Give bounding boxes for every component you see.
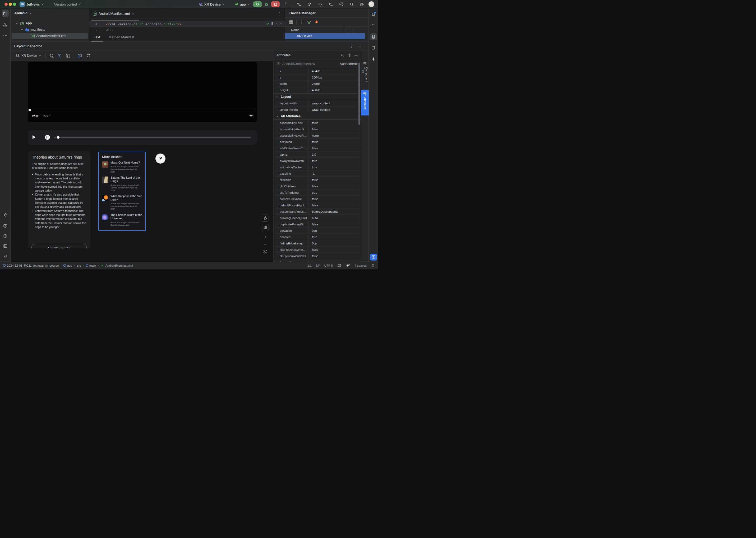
inspections-widget[interactable]: 5	[264, 21, 284, 27]
firebase-icon[interactable]	[315, 20, 319, 24]
inspections-widget-icon[interactable]	[337, 263, 341, 267]
rollback-button[interactable]	[318, 2, 322, 7]
column-api[interactable]: ...	[345, 28, 348, 32]
breadcrumb-item[interactable]: MAndroidManifest.xml	[101, 264, 133, 267]
breadcrumb-item[interactable]: src	[77, 264, 81, 267]
caret-position[interactable]: 1:1	[308, 264, 312, 267]
tab-text[interactable]: Text	[94, 35, 100, 39]
attribute-row[interactable]: contextClickablefalse	[273, 196, 361, 202]
settings-button[interactable]	[360, 2, 364, 7]
build-run-button[interactable]	[297, 2, 301, 7]
attribute-row[interactable]: elevation0dp	[273, 228, 361, 234]
prev-problem-icon[interactable]	[275, 23, 278, 26]
more-run-options-button[interactable]: ⋮	[283, 1, 287, 6]
attribute-row[interactable]: alwaysDrawnWith...true	[273, 158, 361, 164]
section-all-attributes[interactable]: All Attributes	[273, 113, 361, 120]
breadcrumb-item[interactable]: main	[86, 264, 96, 267]
device-explorer-tool-button[interactable]	[370, 44, 377, 51]
apply-changes-button[interactable]	[307, 2, 312, 7]
breadcrumb-item[interactable]: app	[63, 264, 72, 267]
more-articles-card[interactable]: More articles Mars: Our Next Home?Articl…	[98, 152, 146, 231]
attribute-row[interactable]: defaultFocusHighl...false	[273, 202, 361, 208]
zoom-window-button[interactable]	[13, 3, 16, 6]
refresh-icon[interactable]	[86, 53, 90, 58]
file-encoding[interactable]: UTF-8	[324, 264, 333, 267]
attribute-row[interactable]: accessibilityFocu...false	[273, 120, 361, 126]
search-icon[interactable]	[340, 53, 344, 57]
tab-merged-manifest[interactable]: Merged Manifest	[109, 35, 134, 39]
add-device-icon[interactable]	[300, 20, 304, 24]
group-devices-icon[interactable]	[289, 20, 293, 24]
video-settings-button[interactable]	[249, 114, 253, 118]
apply-code-changes-button[interactable]	[328, 2, 333, 7]
selected-component-row[interactable]: AndroidComposeView <unnamed>	[273, 60, 361, 68]
zoom-in-button[interactable]: +	[262, 233, 269, 241]
attribute-row[interactable]: focusabletrue	[273, 259, 361, 262]
editor-horizontal-scrollbar[interactable]	[91, 20, 139, 21]
article-item[interactable]: Saturn: The Lord of the RingsArticle and…	[102, 176, 143, 192]
search-everywhere-button[interactable]	[349, 2, 354, 7]
attribute-row[interactable]: height480dp	[273, 87, 361, 93]
play-icon[interactable]	[32, 135, 36, 139]
article-item[interactable]: What Happens if the Sun Dies?Article and…	[102, 194, 143, 210]
tree-item-app[interactable]: app	[11, 20, 89, 27]
ai-assistant-off-icon[interactable]	[346, 263, 350, 268]
attribute-row[interactable]: accessibilityLiveR...none	[273, 133, 361, 139]
attribute-row[interactable]: fitsSystemWindowsfalse	[273, 253, 361, 259]
user-avatar[interactable]	[369, 1, 374, 7]
audio-progress-track[interactable]	[54, 137, 251, 138]
stop-button[interactable]	[271, 1, 280, 7]
running-devices-tool-button[interactable]	[2, 223, 9, 229]
attribute-row[interactable]: clickablefalse	[273, 177, 361, 183]
view-3d-model-button[interactable]: View 3D model of	[31, 244, 87, 248]
gear-icon[interactable]	[348, 53, 352, 57]
audio-progress-thumb[interactable]	[57, 136, 59, 139]
attribute-row[interactable]: duplicateParentSt...false	[273, 221, 361, 228]
code-line[interactable]: 1<?xml version="1.0" encoding="utf-8"?>	[89, 21, 285, 27]
attribute-row[interactable]: width288dp	[273, 81, 361, 87]
code-area[interactable]: 1<?xml version="1.0" encoding="utf-8"?>2…	[89, 21, 285, 33]
live-updates-icon[interactable]	[78, 53, 82, 58]
editor-options-button[interactable]: ⋮	[277, 12, 281, 16]
device-manager-tool-button[interactable]	[370, 33, 377, 40]
layout-inspector-canvas[interactable]: 00:00 · 00:17	[11, 61, 273, 262]
editor-tab-androidmanifest[interactable]: M AndroidManifest.xml ×	[89, 9, 137, 19]
attribute-row[interactable]: layout_heightwrap_content	[273, 106, 361, 113]
audio-player[interactable]	[28, 130, 257, 145]
attribute-row[interactable]: x434dp	[273, 68, 361, 74]
next-problem-icon[interactable]	[280, 23, 283, 26]
pause-button[interactable]	[45, 135, 50, 140]
column-name[interactable]: Name	[285, 28, 300, 32]
saturn-theories-card[interactable]: Theories about Saturn's rings The origin…	[28, 151, 90, 248]
minimize-panel-button[interactable]: —	[355, 54, 358, 57]
attribute-row[interactable]: accessibilityHeadi...false	[273, 126, 361, 133]
code-line[interactable]: 2<!--	[89, 27, 285, 33]
gemini-tool-button[interactable]	[370, 56, 377, 62]
attribute-row[interactable]: animationCachetrue	[273, 164, 361, 170]
attribute-row[interactable]: enabledtrue	[273, 234, 361, 240]
project-tool-button[interactable]	[2, 10, 9, 17]
zoom-out-button[interactable]: −	[262, 241, 269, 248]
attribute-row[interactable]: activatedfalse	[273, 139, 361, 145]
build-variants-tool-button[interactable]	[2, 211, 9, 218]
attribute-row[interactable]: baseline-1	[273, 170, 361, 177]
indent-setting[interactable]: 4 spaces	[355, 264, 367, 267]
video-player[interactable]: 00:00 · 00:17	[28, 62, 257, 122]
version-control-tool-button[interactable]	[2, 253, 9, 260]
attribute-row[interactable]: alpha1.0	[273, 151, 361, 158]
breadcrumb-item[interactable]: 2024-12-05_RC11_jetnews_xr_source	[3, 264, 59, 267]
attribute-row[interactable]: clipToPaddingtrue	[273, 189, 361, 196]
project-view-selector[interactable]: Android	[11, 9, 89, 15]
attribute-row[interactable]: clipChildrenfalse	[273, 183, 361, 189]
tree-item-manifests[interactable]: manifests	[11, 27, 89, 33]
zoom-to-fit-button[interactable]	[262, 248, 269, 255]
debug-button[interactable]	[264, 2, 268, 6]
attribute-row[interactable]: y1004dp	[273, 74, 361, 81]
tab-attributes[interactable]: Attributes	[361, 90, 369, 116]
unlock-icon[interactable]	[371, 263, 375, 267]
article-item[interactable]: The Endless Allure of the UniverseArticl…	[102, 213, 143, 227]
section-layout[interactable]: Layout	[273, 93, 361, 100]
device-selector[interactable]: XR Device	[199, 0, 225, 9]
run-configuration-selector[interactable]: app	[234, 0, 250, 9]
resource-manager-tool-button[interactable]	[2, 21, 9, 28]
